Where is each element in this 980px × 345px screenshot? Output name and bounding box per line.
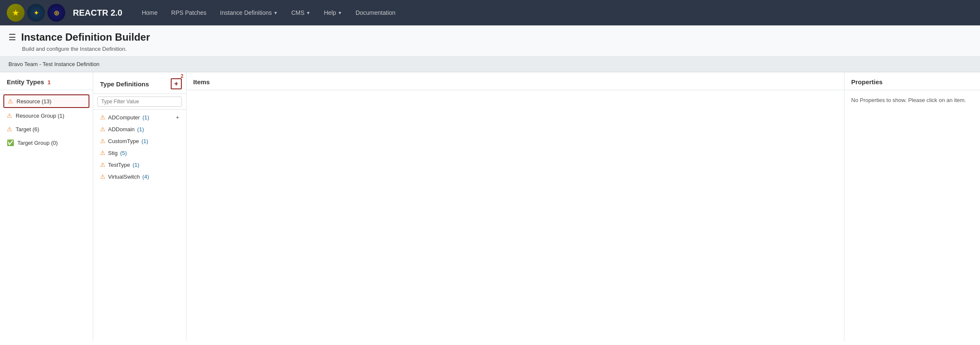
help-dropdown-arrow: ▼ xyxy=(338,11,342,15)
add-type-button[interactable]: 2 + xyxy=(171,78,182,89)
navbar: ★ ✦ ⊛ REACTR 2.0 Home RPS Patches Instan… xyxy=(0,0,980,25)
nav-rps-patches[interactable]: RPS Patches xyxy=(165,6,212,19)
properties-panel: Properties No Properties to show. Please… xyxy=(844,72,980,341)
type-definitions-panel: Type Definitions 2 + ⚠ ADComputer (1) + … xyxy=(93,72,186,341)
page-title: Instance Definition Builder xyxy=(21,31,150,43)
instance-definitions-dropdown-arrow: ▼ xyxy=(274,11,278,15)
warn-icon: ⚠ xyxy=(100,173,105,180)
add-adcomputer-icon[interactable]: + xyxy=(176,114,179,121)
army-logo-icon: ★ xyxy=(7,4,25,22)
type-item-adcomputer[interactable]: ⚠ ADComputer (1) + xyxy=(93,111,186,123)
brand-name: REACTR 2.0 xyxy=(73,8,122,18)
nav-help[interactable]: Help ▼ xyxy=(318,6,348,19)
navbar-nav: Home RPS Patches Instance Definitions ▼ … xyxy=(136,6,973,19)
warn-icon: ⚠ xyxy=(7,126,12,132)
warn-icon: ⚠ xyxy=(100,138,105,144)
nav-home[interactable]: Home xyxy=(136,6,164,19)
warn-icon: ⚠ xyxy=(100,161,105,168)
type-filter-input[interactable] xyxy=(97,97,182,107)
type-item-testtype[interactable]: ⚠ TestType (1) xyxy=(93,159,186,171)
entity-types-header: Entity Types 1 xyxy=(0,72,93,90)
entity-panel-number: 1 xyxy=(47,79,50,86)
entity-list: ⚠ Resource (13) ⚠ Resource Group (1) ⚠ T… xyxy=(0,90,93,153)
items-header: Items xyxy=(186,72,844,90)
type-item-customtype[interactable]: ⚠ CustomType (1) xyxy=(93,135,186,147)
add-button-number: 2 xyxy=(180,73,183,79)
check-icon: ✅ xyxy=(7,139,14,146)
seal-logo-icon: ⊛ xyxy=(47,4,65,22)
entity-item-target[interactable]: ⚠ Target (6) xyxy=(0,122,93,136)
navbar-logos: ★ ✦ ⊛ xyxy=(7,4,65,22)
entity-item-target-group[interactable]: ✅ Target Group (0) xyxy=(0,136,93,149)
main-content: Entity Types 1 ⚠ Resource (13) ⚠ Resourc… xyxy=(0,72,980,341)
type-item-stig[interactable]: ⚠ Stig (5) xyxy=(93,147,186,159)
shield-logo-icon: ✦ xyxy=(27,4,45,22)
cms-dropdown-arrow: ▼ xyxy=(306,11,311,15)
nav-documentation[interactable]: Documentation xyxy=(350,6,401,19)
type-definitions-header: Type Definitions 2 + xyxy=(93,72,186,94)
items-panel: Items xyxy=(186,72,844,341)
warn-icon: ⚠ xyxy=(7,112,12,119)
warn-icon: ⚠ xyxy=(100,149,105,156)
type-item-virtualswitch[interactable]: ⚠ VirtualSwitch (4) xyxy=(93,171,186,182)
warn-icon: ⚠ xyxy=(8,98,13,105)
warn-icon: ⚠ xyxy=(100,114,105,121)
page-header: ☰ Instance Definition Builder Build and … xyxy=(0,25,980,57)
nav-instance-definitions[interactable]: Instance Definitions ▼ xyxy=(214,6,283,19)
breadcrumb: Bravo Team - Test Instance Definition xyxy=(0,57,980,72)
hamburger-icon[interactable]: ☰ xyxy=(8,32,16,42)
type-filter-container xyxy=(93,94,186,110)
type-list: ⚠ ADComputer (1) + ⚠ ADDomain (1) ⚠ Cust… xyxy=(93,110,186,184)
entity-types-panel: Entity Types 1 ⚠ Resource (13) ⚠ Resourc… xyxy=(0,72,93,341)
entity-item-resource-group[interactable]: ⚠ Resource Group (1) xyxy=(0,109,93,122)
type-item-addomain[interactable]: ⚠ ADDomain (1) xyxy=(93,123,186,135)
properties-header: Properties xyxy=(844,72,980,90)
entity-item-resource[interactable]: ⚠ Resource (13) xyxy=(3,94,89,108)
page-subtitle: Build and configure the Instance Definit… xyxy=(22,46,972,52)
nav-cms[interactable]: CMS ▼ xyxy=(285,6,316,19)
properties-empty-message: No Properties to show. Please click on a… xyxy=(844,90,980,110)
warn-icon: ⚠ xyxy=(100,126,105,132)
